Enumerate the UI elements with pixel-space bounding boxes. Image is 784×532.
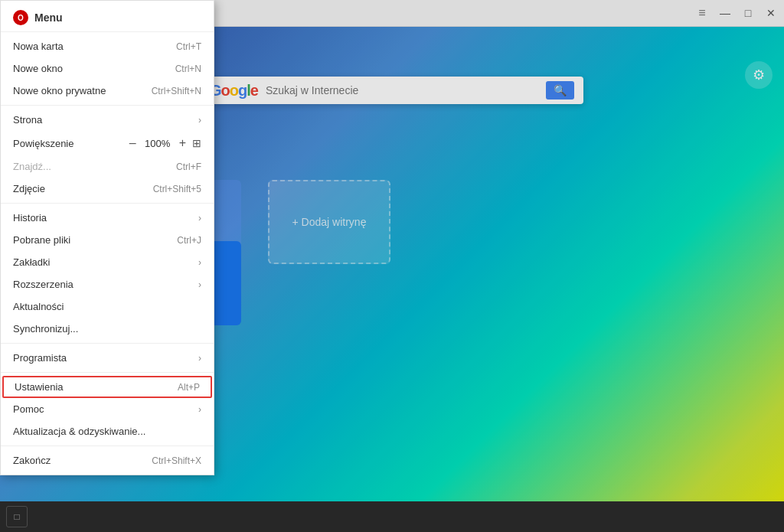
menu-item-label: Nowe okno prywatne [13,85,106,96]
menu-item-aktualizacja[interactable]: Aktualizacja & odzyskiwanie... [1,420,214,442]
menu-item-label: Ustawienia [15,381,64,393]
shortcut-znajdz: Ctrl+F [176,162,201,172]
separator-4 [1,372,214,373]
menu-item-label: Programista [13,352,67,364]
zoom-controls: – 100% + ⊞ [126,136,201,150]
zoom-minus-button[interactable]: – [126,136,139,150]
menu-item-label: Historia [13,212,47,224]
menu-item-label: Aktualności [13,301,64,312]
menu-item-label: Zdjęcie [13,183,45,194]
separator-5 [1,446,214,446]
menu-item-label: Synchronizuj... [13,323,78,335]
zoom-plus-button[interactable]: + [176,136,189,150]
menu-item-zakladki[interactable]: Zakładki › [1,251,214,273]
menu-item-label: Znajdź... [13,161,51,172]
shortcut-nowe-okno: Ctrl+N [175,64,201,74]
menu-item-label: Nowa karta [13,41,64,52]
shortcut-zdjecie: Ctrl+Shift+5 [153,184,201,194]
opera-menu: O Menu Nowa karta Ctrl+T Nowe okno Ctrl+… [0,0,214,475]
menu-item-label: Rozszerzenia [13,279,74,290]
arrow-icon: › [198,257,201,268]
menu-title: Menu [34,11,63,24]
menu-item-ustawienia[interactable]: Ustawienia Alt+P [2,376,212,398]
arrow-icon: › [198,213,201,224]
separator-2 [1,203,214,204]
menu-item-historia[interactable]: Historia › [1,207,214,229]
menu-item-znajdz[interactable]: Znajdź... Ctrl+F [1,155,214,178]
menu-item-label: Strona [13,114,42,126]
arrow-icon: › [198,353,201,364]
menu-item-aktualnosci[interactable]: Aktualności [1,295,214,318]
menu-item-nowa-karta[interactable]: Nowa karta Ctrl+T [1,35,214,57]
menu-overlay: O Menu Nowa karta Ctrl+T Nowe okno Ctrl+… [0,0,784,532]
menu-item-label: Aktualizacja & odzyskiwanie... [13,426,145,437]
separator-1 [1,105,214,106]
menu-item-strona[interactable]: Strona › [1,109,214,131]
menu-item-label: Powiększenie [13,138,74,149]
menu-item-zdjecie[interactable]: Zdjęcie Ctrl+Shift+5 [1,178,214,200]
menu-item-powiekszenie[interactable]: Powiększenie – 100% + ⊞ [1,131,214,155]
menu-item-programista[interactable]: Programista › [1,347,214,369]
arrow-icon: › [198,404,201,415]
menu-item-label: Zakończ [13,455,51,466]
shortcut-zakoncz: Ctrl+Shift+X [152,455,201,466]
menu-item-pomoc[interactable]: Pomoc › [1,398,214,420]
shortcut-pobrane: Ctrl+J [177,235,201,246]
arrow-icon: › [198,115,201,126]
menu-item-label: Pomoc [13,403,44,415]
zoom-value: 100% [142,138,173,149]
zoom-fullscreen-button[interactable]: ⊞ [192,137,201,149]
menu-item-pobrane-pliki[interactable]: Pobrane pliki Ctrl+J [1,229,214,251]
menu-item-rozszerzenia[interactable]: Rozszerzenia › [1,273,214,295]
shortcut-nowe-okno-prywatne: Ctrl+Shift+N [152,86,201,96]
menu-item-label: Pobrane pliki [13,234,70,246]
opera-logo-icon: O [13,10,28,25]
menu-item-label: Nowe okno [13,63,63,74]
menu-item-label: Zakładki [13,256,50,268]
separator-3 [1,343,214,344]
menu-item-synchronizuj[interactable]: Synchronizuj... [1,318,214,340]
menu-item-nowe-okno[interactable]: Nowe okno Ctrl+N [1,57,214,80]
menu-item-zakoncz[interactable]: Zakończ Ctrl+Shift+X [1,449,214,472]
menu-item-nowe-okno-prywatne[interactable]: Nowe okno prywatne Ctrl+Shift+N [1,80,214,102]
arrow-icon: › [198,279,201,290]
menu-header: O Menu [1,4,214,32]
shortcut-nowa-karta: Ctrl+T [176,41,201,52]
shortcut-ustawienia: Alt+P [178,382,200,393]
